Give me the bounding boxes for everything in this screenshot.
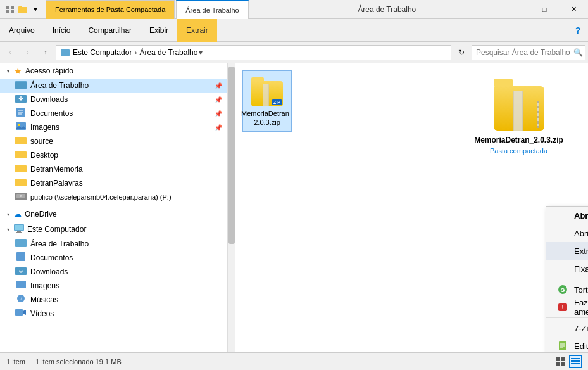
title-tabs: Ferramentas de Pasta Compactada Área de … [46,0,273,19]
ribbon-tab-compartilhar[interactable]: Compartilhar [79,19,141,42]
ribbon-tab-exibir[interactable]: Exibir [141,19,177,42]
tab-ferramentas[interactable]: Ferramentas de Pasta Compactada [46,0,175,19]
sidebar-label-imagens-quick: Imagens [30,123,59,132]
ribbon-tab-arquivo[interactable]: Arquivo [0,19,44,42]
zip-file-icon: ZIP [251,75,283,106]
file-preview: MemoriaDetran_2.0.3.zip Pasta compactada [457,73,580,162]
sidebar-header-quick-access[interactable]: ▾ ★ Acesso rápido [0,63,227,79]
status-view-buttons [554,355,582,368]
scroll-thumb[interactable] [228,67,235,244]
sidebar-item-downloads-computer[interactable]: Downloads [0,265,227,279]
sidebar-label-desktop: Desktop [30,151,58,160]
sidebar-item-source[interactable]: source [0,134,227,148]
up-button[interactable]: ↑ [38,45,53,60]
title-bar: ▼ Ferramentas de Pasta Compactada Área d… [0,0,588,19]
music-icon: ♪ [15,294,27,305]
refresh-button[interactable]: ↻ [454,45,469,60]
docs-icon [15,108,27,119]
ctx-item-fixar-iniciar[interactable]: Fixar em Iniciar [546,260,588,278]
ctx-item-abrir[interactable]: Abrir [546,207,588,224]
svg-rect-14 [16,122,26,130]
window-icon [5,4,15,15]
computer-label: Este Computador [27,225,86,234]
view-list-btn[interactable] [569,355,582,368]
sidebar-label-musicas-computer: Músicas [30,295,58,304]
address-bar: ‹ › ↑ Este Computador › Área de Trabalho… [0,42,588,63]
sidebar-header-onedrive[interactable]: ▾ ☁ OneDrive [0,207,227,222]
folder-area-icon [15,80,27,91]
ctx-varredura-icon: ! [556,301,569,314]
status-bar: 1 item 1 item selecionado 19,1 MB [0,352,588,370]
onedrive-label: OneDrive [25,210,57,219]
quick-access-icon: ▼ [30,4,41,15]
search-icon: 🔍 [573,48,583,57]
address-path[interactable]: Este Computador › Área de Trabalho ▾ [56,45,451,60]
sidebar-item-network-drive[interactable]: P: publico (\\sceleparsmb04.celepar.para… [0,190,227,204]
svg-rect-1 [11,6,14,9]
sidebar-item-detranpalavras[interactable]: DetranPalavras [0,176,227,190]
svg-rect-22 [16,232,22,233]
sidebar-item-musicas-computer[interactable]: ♪ Músicas [0,293,227,307]
folder-docs-computer-icon [15,252,27,264]
ctx-7zip-label: 7-Zip [574,324,588,333]
sidebar: ▾ ★ Acesso rápido Área de Trabalho 📌 Dow… [0,63,228,352]
folder-icon-small [18,4,28,15]
sidebar-item-area-computer[interactable]: Área de Trabalho [0,237,227,251]
search-box[interactable]: 🔍 [472,45,585,60]
maximize-button[interactable]: □ [530,0,559,19]
svg-rect-44 [571,358,580,359]
sidebar-item-docs-computer[interactable]: Documentos [0,251,227,265]
sidebar-item-imagens-quick[interactable]: Imagens 📌 [0,120,227,134]
content-main[interactable]: ZIP MemoriaDetran_2.0.3.zip [235,63,588,352]
close-button[interactable]: ✕ [559,0,588,19]
zip-preview-zipper [537,101,539,128]
breadcrumb-computer[interactable]: Este Computador [73,48,132,57]
main-layout: ▾ ★ Acesso rápido Área de Trabalho 📌 Dow… [0,63,588,352]
ctx-item-extrair-tudo[interactable]: Extrair Tudo... [546,242,588,260]
ctx-item-abrir-nova-janela[interactable]: Abrir em nova janela [546,224,588,242]
help-button[interactable]: ? [568,19,588,42]
sidebar-label-detranmemoria: DetranMemoria [30,165,83,174]
ribbon-tab-inicio[interactable]: Início [44,19,80,42]
forward-button[interactable]: › [20,45,35,60]
svg-rect-46 [571,363,580,364]
ctx-item-notepadpp[interactable]: Edit with Notepad++ [546,337,588,352]
sidebar-scrollbar[interactable] [228,63,235,352]
ribbon-tab-extrair[interactable]: Extrair [177,19,217,42]
ctx-item-7zip[interactable]: 7-Zip ▶ [546,319,588,337]
sidebar-item-detranmemoria[interactable]: DetranMemoria [0,162,227,176]
sidebar-item-imagens-computer[interactable]: Imagens [0,279,227,293]
zip-preview-tab [494,79,513,86]
sidebar-label-downloads-computer: Downloads [30,267,68,276]
svg-text:P:: P: [20,195,23,198]
ctx-tortoisegit-label: TortoiseGit [574,285,588,295]
ctx-item-varredura[interactable]: ! Fazer varredura para encontrar ameaças [546,298,588,316]
sidebar-item-downloads-quick[interactable]: Downloads 📌 [0,92,227,106]
zip-preview-icon [494,73,544,131]
sidebar-scroll[interactable]: ▾ ★ Acesso rápido Área de Trabalho 📌 Dow… [0,63,227,352]
search-input[interactable] [476,48,571,57]
status-selected: 1 item selecionado 19,1 MB [35,358,122,366]
ctx-sep-1 [546,279,588,279]
sidebar-item-videos-computer[interactable]: Vídeos [0,307,227,321]
file-item-zip[interactable]: ZIP MemoriaDetran_2.0.3.zip [242,70,292,132]
tab-area-trabalho[interactable]: Área de Trabalho [176,0,248,19]
breadcrumb-area[interactable]: Área de Trabalho [139,48,197,57]
download-icon [15,94,27,105]
svg-rect-25 [15,267,27,275]
content-area: ZIP MemoriaDetran_2.0.3.zip [235,63,588,352]
sidebar-item-area-trabalho-quick[interactable]: Área de Trabalho 📌 [0,79,227,92]
onedrive-icon: ☁ [14,210,22,219]
sidebar-item-desktop[interactable]: Desktop [0,148,227,162]
sidebar-label-docs-computer: Documentos [30,253,73,262]
svg-rect-29 [15,309,23,316]
ctx-notepadpp-icon [556,340,569,352]
sidebar-header-computer[interactable]: ▾ Este Computador [0,222,227,237]
back-button[interactable]: ‹ [3,45,18,60]
svg-text:♪: ♪ [20,296,22,302]
ctx-item-tortoisegit[interactable]: G TortoiseGit ▶ [546,281,588,298]
view-icon-btn[interactable] [554,355,566,368]
minimize-button[interactable]: ─ [501,0,530,19]
sidebar-label-detranpalavras: DetranPalavras [30,179,83,188]
sidebar-item-documentos-quick[interactable]: Documentos 📌 [0,106,227,120]
